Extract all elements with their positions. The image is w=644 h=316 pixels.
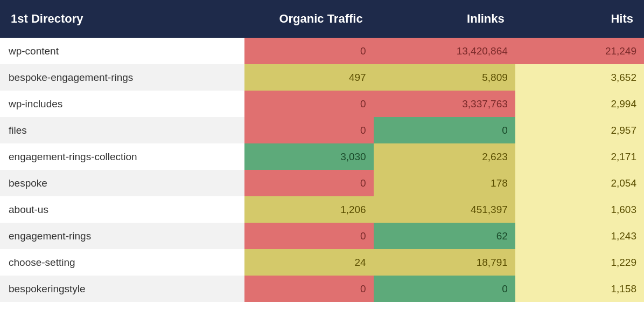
header-organic-traffic: Organic Traffic [244, 0, 373, 38]
hits-cell: 2,994 [515, 91, 644, 117]
table-row: wp-content013,420,86421,249 [0, 38, 644, 64]
hits-cell: 2,957 [515, 117, 644, 143]
organic-traffic-cell: 3,030 [244, 143, 373, 170]
header-directory: 1st Directory [0, 0, 244, 38]
inlinks-cell: 62 [374, 223, 515, 249]
directory-cell: engagement-rings [0, 223, 244, 249]
directory-cell: files [0, 117, 244, 143]
header-inlinks: Inlinks [374, 0, 515, 38]
table-row: bespokeringstyle001,158 [0, 276, 644, 302]
directory-cell: bespokeringstyle [0, 276, 244, 302]
organic-traffic-cell: 0 [244, 170, 373, 196]
hits-cell: 1,603 [515, 196, 644, 223]
organic-traffic-cell: 0 [244, 38, 373, 64]
header-hits: Hits [515, 0, 644, 38]
directory-cell: wp-content [0, 38, 244, 64]
organic-traffic-cell: 1,206 [244, 196, 373, 223]
inlinks-cell: 18,791 [374, 249, 515, 276]
hits-cell: 1,158 [515, 276, 644, 302]
organic-traffic-cell: 0 [244, 276, 373, 302]
table-row: about-us1,206451,3971,603 [0, 196, 644, 223]
directory-cell: about-us [0, 196, 244, 223]
table-row: bespoke-engagement-rings4975,8093,652 [0, 64, 644, 91]
directory-cell: bespoke [0, 170, 244, 196]
organic-traffic-cell: 0 [244, 91, 373, 117]
table-row: wp-includes03,337,7632,994 [0, 91, 644, 117]
hits-cell: 2,054 [515, 170, 644, 196]
organic-traffic-cell: 497 [244, 64, 373, 91]
inlinks-cell: 178 [374, 170, 515, 196]
table-row: choose-setting2418,7911,229 [0, 249, 644, 276]
hits-cell: 1,229 [515, 249, 644, 276]
organic-traffic-cell: 24 [244, 249, 373, 276]
main-table: 1st Directory Organic Traffic Inlinks Hi… [0, 0, 644, 302]
hits-cell: 1,243 [515, 223, 644, 249]
inlinks-cell: 13,420,864 [374, 38, 515, 64]
table-row: files002,957 [0, 117, 644, 143]
directory-cell: choose-setting [0, 249, 244, 276]
table-row: engagement-rings0621,243 [0, 223, 644, 249]
hits-cell: 2,171 [515, 143, 644, 170]
organic-traffic-cell: 0 [244, 223, 373, 249]
inlinks-cell: 451,397 [374, 196, 515, 223]
inlinks-cell: 2,623 [374, 143, 515, 170]
directory-cell: engagement-rings-collection [0, 143, 244, 170]
inlinks-cell: 0 [374, 276, 515, 302]
table-header-row: 1st Directory Organic Traffic Inlinks Hi… [0, 0, 644, 38]
hits-cell: 3,652 [515, 64, 644, 91]
inlinks-cell: 5,809 [374, 64, 515, 91]
directory-cell: wp-includes [0, 91, 244, 117]
table-row: engagement-rings-collection3,0302,6232,1… [0, 143, 644, 170]
organic-traffic-cell: 0 [244, 117, 373, 143]
directory-cell: bespoke-engagement-rings [0, 64, 244, 91]
hits-cell: 21,249 [515, 38, 644, 64]
inlinks-cell: 3,337,763 [374, 91, 515, 117]
table-row: bespoke01782,054 [0, 170, 644, 196]
inlinks-cell: 0 [374, 117, 515, 143]
